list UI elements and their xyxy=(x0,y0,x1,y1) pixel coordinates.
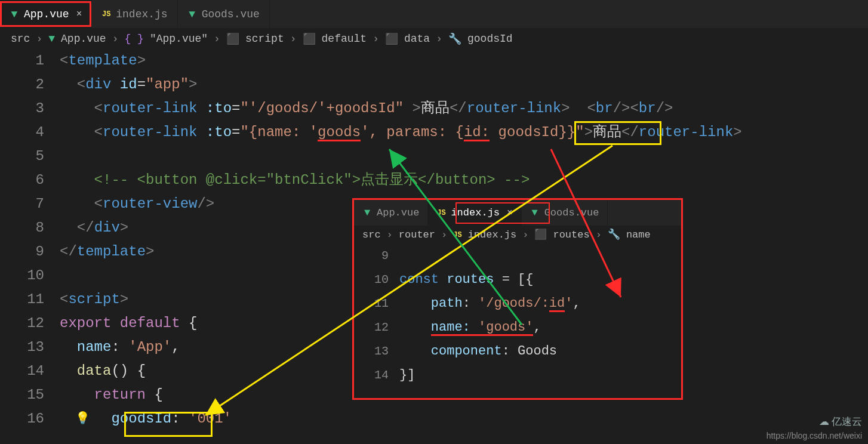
crumb[interactable]: script xyxy=(245,33,284,45)
cube-icon: ⬛ xyxy=(226,32,239,45)
tabbar: ▼ App.vue × JS index.js ▼ Goods.vue xyxy=(0,0,868,29)
vue-icon: ▼ xyxy=(187,10,197,19)
wrench-icon: 🔧 xyxy=(608,223,620,247)
vue-icon: ▼ xyxy=(10,10,19,19)
tab-index-js[interactable]: JS index.js xyxy=(92,0,177,28)
crumb[interactable]: src xyxy=(362,223,381,247)
tab-label: index.js xyxy=(451,201,500,225)
vue-icon: ▼ xyxy=(48,33,55,45)
chevron-right-icon: › xyxy=(36,33,42,45)
inset-tab-index-js[interactable]: JS index.js × xyxy=(428,200,521,226)
vue-icon: ▼ xyxy=(530,208,540,218)
inset-tab-goods-vue[interactable]: ▼ Goods.vue xyxy=(522,200,608,226)
chevron-right-icon: › xyxy=(596,223,602,247)
crumb[interactable]: "App.vue" xyxy=(150,33,208,45)
inset-tab-app-vue[interactable]: ▼ App.vue xyxy=(354,200,428,226)
inset-code[interactable]: 910const routes = [{11 path: '/goods/:id… xyxy=(354,244,681,387)
cube-icon: ⬛ xyxy=(385,32,398,45)
inset-breadcrumb[interactable]: src › router › JS index.js › ⬛ routes › … xyxy=(354,226,681,244)
js-icon: JS xyxy=(453,223,461,247)
chevron-right-icon: › xyxy=(373,33,379,45)
close-icon[interactable]: × xyxy=(76,9,82,20)
tab-label: index.js xyxy=(116,8,167,20)
crumb[interactable]: src xyxy=(11,33,30,45)
chevron-right-icon: › xyxy=(214,33,220,45)
chevron-right-icon: › xyxy=(112,33,119,45)
crumb[interactable]: routes xyxy=(553,223,589,247)
tab-label: App.vue xyxy=(377,201,419,225)
tab-app-vue[interactable]: ▼ App.vue × xyxy=(0,0,92,28)
braces-icon: { } xyxy=(124,33,143,45)
lightbulb-icon[interactable]: 💡 xyxy=(75,411,90,426)
close-icon[interactable]: × xyxy=(507,201,513,225)
tab-goods-vue[interactable]: ▼ Goods.vue xyxy=(178,0,270,28)
crumb[interactable]: data xyxy=(404,33,430,45)
vue-icon: ▼ xyxy=(362,208,372,218)
crumb[interactable]: goodsId xyxy=(467,33,513,45)
cube-icon: ⬛ xyxy=(534,223,547,247)
chevron-right-icon: › xyxy=(290,33,297,45)
crumb[interactable]: name xyxy=(626,223,651,247)
tab-label: Goods.vue xyxy=(544,201,599,225)
crumb[interactable]: default xyxy=(322,33,367,45)
js-icon: JS xyxy=(101,10,111,19)
cloud-icon: ☁ xyxy=(819,415,829,428)
chevron-right-icon: › xyxy=(436,33,442,45)
crumb[interactable]: App.vue xyxy=(61,33,106,45)
crumb[interactable]: router xyxy=(399,223,435,247)
url-watermark: https://blog.csdn.net/weixi xyxy=(767,431,862,440)
breadcrumb[interactable]: src › ▼ App.vue › { } "App.vue" › ⬛ scri… xyxy=(0,29,868,49)
cube-icon: ⬛ xyxy=(303,32,316,45)
inset-tabbar: ▼ App.vue JS index.js × ▼ Goods.vue xyxy=(354,200,681,226)
js-icon: JS xyxy=(436,208,446,218)
inset-editor: ▼ App.vue JS index.js × ▼ Goods.vue src … xyxy=(352,198,683,400)
crumb[interactable]: index.js xyxy=(468,223,517,247)
wrench-icon: 🔧 xyxy=(448,32,461,45)
chevron-right-icon: › xyxy=(387,223,393,247)
tab-label: App.vue xyxy=(24,8,69,20)
tab-label: Goods.vue xyxy=(202,8,260,20)
logo-watermark: ☁ 亿速云 xyxy=(819,415,862,428)
chevron-right-icon: › xyxy=(441,223,447,247)
chevron-right-icon: › xyxy=(522,223,528,247)
